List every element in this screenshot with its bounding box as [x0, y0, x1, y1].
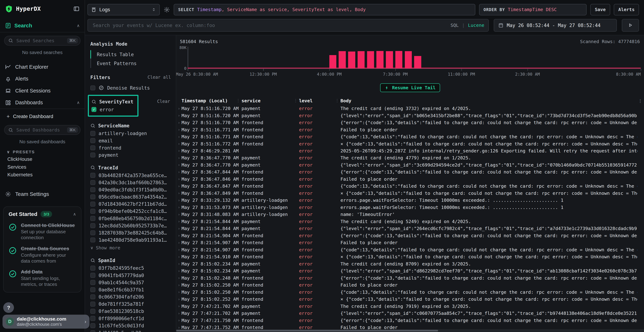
- checkbox[interactable]: [90, 323, 95, 328]
- facet-value-row[interactable]: 0f94b9befe0b4252ccfa1c8…: [90, 208, 171, 215]
- checkbox[interactable]: [90, 202, 95, 206]
- row-expand-icon[interactable]: ›: [176, 114, 182, 118]
- row-expand-icon[interactable]: ›: [176, 226, 182, 231]
- facet-value-row[interactable]: 0ae8e1f6c6b37fb1: [90, 286, 171, 293]
- preset-item[interactable]: ClickHouse: [0, 155, 84, 163]
- row-expand-icon[interactable]: ›: [176, 269, 182, 273]
- get-started-item[interactable]: Connect to ClickHouse Set up your databa…: [8, 222, 76, 241]
- facet-value-row[interactable]: 03f7b824595feec5: [90, 264, 171, 272]
- severity-clear-link[interactable]: Clear: [157, 99, 170, 104]
- log-row[interactable]: › May 27 7:47:21.702 AM payment error Th…: [176, 303, 644, 310]
- log-row[interactable]: › May 27 8:36:47.847 AM frontend error {…: [176, 183, 644, 190]
- log-row[interactable]: › May 27 7:47:21.702 AM payment error {"…: [176, 310, 644, 317]
- checkbox[interactable]: [90, 187, 95, 192]
- facet-value-row[interactable]: 09ab1c4544c9a357: [90, 279, 171, 286]
- facet-value-row[interactable]: 03b44828f42a3573ea655ce…: [90, 172, 171, 179]
- checkbox[interactable]: [90, 223, 95, 228]
- column-header-level[interactable]: ⋮level: [299, 98, 340, 104]
- sidebar-collapse-icon[interactable]: [73, 6, 80, 12]
- help-button[interactable]: ?: [3, 302, 14, 313]
- log-row[interactable]: › May 27 8:51:16.772 AM frontend error ×…: [176, 140, 644, 147]
- sidebar-item-search[interactable]: Search ∧: [0, 13, 84, 32]
- facet-value-row[interactable]: 1ae42480d758e9ab91193a1…: [90, 236, 171, 244]
- row-expand-icon[interactable]: ›: [176, 304, 182, 308]
- facet-value-row[interactable]: 09041fb457779da0: [90, 272, 171, 279]
- sql-toggle[interactable]: SQL: [450, 23, 459, 28]
- select-columns-input[interactable]: SELECT Timestamp, ServiceName as service…: [174, 4, 475, 16]
- log-row[interactable]: › May 27 8:15:02.248 AM frontend error {…: [176, 274, 644, 282]
- log-row[interactable]: › May 27 8:51:16.771 AM frontend error {…: [176, 133, 644, 140]
- log-row[interactable]: › May 27 8:15:02.234 AM payment error Th…: [176, 260, 644, 268]
- facet-value-row[interactable]: 11c67fe55c0d13fd: [90, 322, 171, 329]
- user-menu[interactable]: D dale@clickhouse.com dale@clickhouse.co…: [2, 315, 90, 328]
- alerts-button[interactable]: Alerts: [614, 4, 639, 16]
- row-expand-icon[interactable]: ›: [176, 297, 182, 302]
- create-dashboard-button[interactable]: + Create Dashboard: [0, 111, 84, 122]
- checkbox[interactable]: [90, 238, 95, 242]
- row-expand-icon[interactable]: ›: [176, 212, 182, 216]
- row-expand-icon[interactable]: ›: [176, 106, 182, 111]
- row-expand-icon[interactable]: ›: [176, 240, 182, 245]
- sidebar-item-client-sessions[interactable]: Client Sessions: [0, 85, 84, 97]
- checkbox[interactable]: [90, 273, 95, 278]
- facet-value-row[interactable]: artillery-loadgen: [90, 130, 171, 137]
- mode-event-patterns[interactable]: Event Patterns: [91, 59, 171, 68]
- checkbox[interactable]: [90, 294, 95, 300]
- facet-value-row[interactable]: 042a30c3dc1baf660b27863…: [90, 179, 171, 186]
- log-row[interactable]: › May 27 7:47:21.750 AM frontend error {…: [176, 317, 644, 324]
- column-separator-icon[interactable]: ⋮: [236, 98, 240, 103]
- facet-value-row[interactable]: 0fae5381230518cb: [90, 308, 171, 315]
- facet-value-row[interactable]: 12ec8dd52b60b9525733b7e…: [90, 222, 171, 229]
- search-icon[interactable]: [90, 165, 95, 170]
- checkbox[interactable]: [90, 146, 95, 150]
- log-row[interactable]: › May 27 8:21:54.844 AM payment error Th…: [176, 218, 644, 225]
- row-expand-icon[interactable]: ›: [176, 326, 182, 330]
- presets-toggle[interactable]: ∨ PRESETS: [0, 146, 84, 155]
- checkbox[interactable]: [90, 266, 95, 271]
- checkbox[interactable]: [90, 86, 95, 90]
- facet-value-row[interactable]: 0c0667304fafd206: [90, 293, 171, 300]
- sidebar-item-alerts[interactable]: Alerts: [0, 73, 84, 85]
- results-histogram[interactable]: 80K 0 May 26 8:30:00 AM12:30:00 PM4:00:0…: [176, 45, 644, 79]
- denoise-results-checkbox[interactable]: Denoise Results: [90, 84, 171, 92]
- severity-value-error[interactable]: ✓ error: [92, 106, 133, 113]
- column-header-body[interactable]: ⋮Body: [340, 98, 638, 104]
- checkbox[interactable]: [90, 138, 95, 143]
- facet-value-row[interactable]: 0fbe680eb456750b2d1184c…: [90, 215, 171, 222]
- log-row[interactable]: › May 27 8:15:02.250 AM frontend error F…: [176, 282, 644, 288]
- log-row[interactable]: › May 27 8:36:47.770 AM payment error {"…: [176, 162, 644, 168]
- facet-value-row[interactable]: 1d94f08c5acdb28e: [90, 329, 171, 332]
- resume-live-tail-button[interactable]: Resume Live Tail: [380, 83, 440, 92]
- row-expand-icon[interactable]: ›: [176, 163, 182, 167]
- log-row[interactable]: › May 27 8:36:47.846 AM frontend error F…: [176, 176, 644, 183]
- checkbox[interactable]: [90, 309, 95, 314]
- log-row[interactable]: › May 27 8:51:16.720 AM payment error {"…: [176, 112, 644, 119]
- log-row[interactable]: › May 27 8:51:16.720 AM payment error Th…: [176, 105, 644, 112]
- order-by-input[interactable]: ORDER BY TimestampTime DESC: [479, 4, 587, 16]
- log-row[interactable]: › May 27 8:36:47.844 AM frontend error {…: [176, 168, 644, 176]
- checkbox[interactable]: [90, 216, 95, 221]
- row-expand-icon[interactable]: ›: [176, 135, 182, 139]
- column-separator-icon[interactable]: ⋮: [294, 98, 298, 103]
- facet-value-row[interactable]: 056cd9acbaac8637a4354a2…: [90, 193, 171, 200]
- checkbox[interactable]: [90, 180, 95, 185]
- log-row[interactable]: › May 27 8:15:02.250 AM frontend error {…: [176, 288, 644, 296]
- column-header-timestamp[interactable]: Timestamp (Local): [182, 98, 242, 104]
- event-search-box[interactable]: SQL | Lucene: [88, 19, 489, 32]
- row-expand-icon[interactable]: ›: [176, 177, 182, 181]
- mode-results-table[interactable]: Results Table: [91, 50, 171, 59]
- run-query-button[interactable]: [622, 19, 639, 32]
- chevron-up-icon[interactable]: ∧: [73, 212, 76, 216]
- row-expand-icon[interactable]: ›: [176, 290, 182, 294]
- log-row[interactable]: › May 27 8:21:54.910 AM frontend error ×…: [176, 253, 644, 260]
- checkbox[interactable]: [90, 230, 95, 236]
- preset-item[interactable]: Kubernetes: [0, 171, 84, 178]
- row-expand-icon[interactable]: ›: [176, 234, 182, 238]
- log-row[interactable]: › May 27 8:51:16.770 AM frontend error {…: [176, 119, 644, 126]
- facet-value-row[interactable]: email: [90, 137, 171, 144]
- row-expand-icon[interactable]: ›: [176, 156, 182, 160]
- get-started-item[interactable]: Create Data Sources Configure where your…: [8, 246, 76, 264]
- time-range-picker[interactable]: May 26 08:52:44 - May 27 08:52:44: [494, 19, 617, 32]
- log-row[interactable]: › May 27 8:31:48.083 AM artillery-loadge…: [176, 211, 644, 218]
- facet-value-row[interactable]: 18287038b73e882425c64b8…: [90, 229, 171, 236]
